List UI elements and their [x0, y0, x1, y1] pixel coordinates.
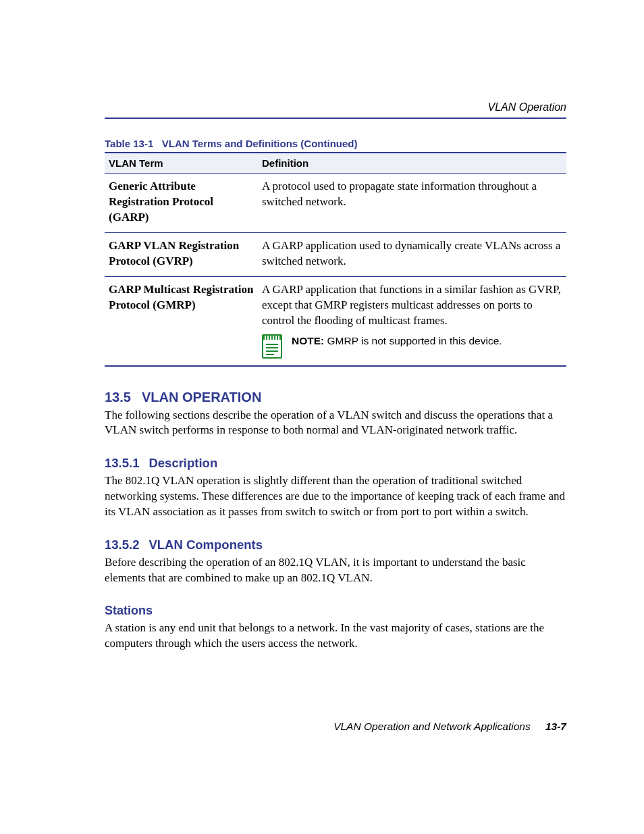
section-para: Before describing the operation of an 80…	[105, 555, 566, 586]
section-para: The 802.1Q VLAN operation is slightly di…	[105, 473, 566, 520]
section-title: VLAN OPERATION	[142, 390, 261, 405]
note-icon	[262, 334, 282, 359]
header-rule	[105, 118, 566, 119]
section-title: VLAN Components	[149, 538, 263, 552]
section-title: Description	[149, 456, 217, 470]
note-body: GMRP is not supported in this device.	[327, 335, 502, 346]
section-para: A station is any end unit that belongs t…	[105, 621, 566, 652]
section-para: The following sections describe the oper…	[105, 408, 566, 439]
page: VLAN Operation Table 13-1 VLAN Terms and…	[0, 0, 644, 834]
vlan-terms-table: VLAN Term Definition Generic Attribute R…	[105, 152, 566, 367]
running-head: VLAN Operation	[105, 101, 566, 113]
table-header-row: VLAN Term Definition	[105, 153, 566, 174]
section-heading-13-5: 13.5VLAN OPERATION	[105, 390, 566, 405]
definition-cell: A GARP application that functions in a s…	[258, 276, 566, 365]
note-text: NOTE: GMRP is not supported in this devi…	[292, 334, 502, 348]
section-number: 13.5	[105, 390, 131, 405]
page-number: 13-7	[545, 721, 566, 732]
footer-text: VLAN Operation and Network Applications	[333, 721, 531, 732]
table-caption-prefix: Table 13-1	[105, 138, 153, 149]
section-heading-13-5-2: 13.5.2VLAN Components	[105, 538, 566, 552]
page-footer: VLAN Operation and Network Applications …	[333, 721, 566, 733]
section-heading-stations: Stations	[105, 604, 566, 618]
col-header-definition: Definition	[258, 153, 566, 174]
section-number: 13.5.1	[105, 456, 139, 470]
note-block: NOTE: GMRP is not supported in this devi…	[262, 334, 562, 359]
term-cell: GARP VLAN Registration Protocol (GVRP)	[105, 232, 258, 276]
table-caption-title: VLAN Terms and Definitions (Continued)	[162, 138, 358, 149]
definition-text: A GARP application that functions in a s…	[262, 283, 561, 327]
table-caption: Table 13-1 VLAN Terms and Definitions (C…	[105, 138, 566, 149]
definition-cell: A GARP application used to dynamically c…	[258, 232, 566, 276]
term-cell: GARP Multicast Registration Protocol (GM…	[105, 276, 258, 365]
term-cell: Generic Attribute Registration Protocol …	[105, 174, 258, 233]
section-number: 13.5.2	[105, 538, 139, 552]
table-row: GARP VLAN Registration Protocol (GVRP) A…	[105, 232, 566, 276]
col-header-term: VLAN Term	[105, 153, 258, 174]
table-row: GARP Multicast Registration Protocol (GM…	[105, 276, 566, 365]
definition-cell: A protocol used to propagate state infor…	[258, 174, 566, 233]
table-row: Generic Attribute Registration Protocol …	[105, 174, 566, 233]
section-heading-13-5-1: 13.5.1Description	[105, 456, 566, 471]
note-label: NOTE:	[292, 335, 324, 346]
